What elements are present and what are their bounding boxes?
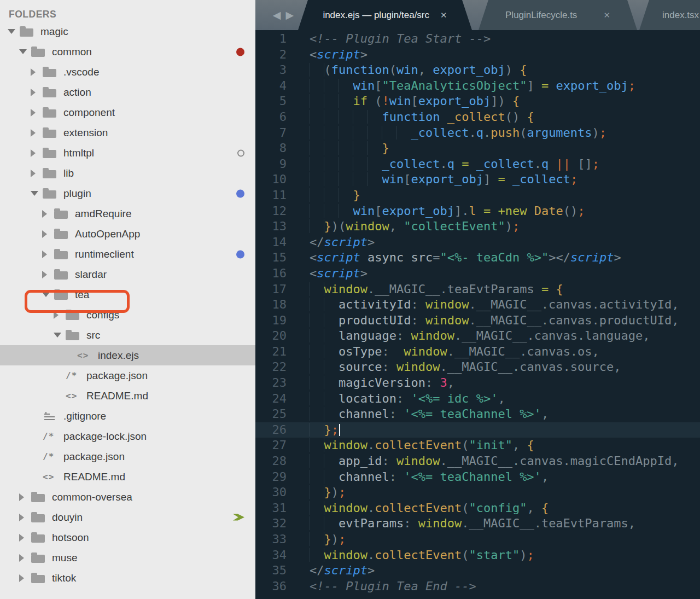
collapse-triangle-icon[interactable] bbox=[54, 333, 61, 338]
code-line[interactable]: 15<script async src="<%- teaCdn %>"></sc… bbox=[255, 250, 700, 266]
expand-triangle-icon[interactable] bbox=[31, 129, 36, 137]
code-line[interactable]: 24 location: '<%= idc %>', bbox=[255, 391, 700, 407]
code-line[interactable]: 6 function _collect() { bbox=[255, 109, 700, 125]
code-line[interactable]: 1<!-- Plugin Tea Start --> bbox=[255, 31, 700, 47]
tab-index.ejs[interactable]: index.ejs — plugin/tea/src✕ bbox=[298, 0, 472, 30]
sidebar-item-htmltpl[interactable]: htmltpl bbox=[0, 143, 255, 163]
sidebar-item-amdRequire[interactable]: amdRequire bbox=[0, 203, 255, 224]
expand-triangle-icon[interactable] bbox=[19, 534, 24, 542]
sidebar-item-common-oversea[interactable]: common-oversea bbox=[0, 487, 255, 507]
sidebar-item-component[interactable]: component bbox=[0, 102, 255, 123]
code-line[interactable]: 34 window.collectEvent("start"); bbox=[255, 548, 700, 563]
expand-triangle-icon[interactable] bbox=[19, 514, 24, 521]
sidebar-item-muse[interactable]: muse bbox=[0, 548, 255, 568]
expand-triangle-icon[interactable] bbox=[31, 89, 36, 96]
code-line[interactable]: 14</script> bbox=[255, 235, 700, 251]
code-line[interactable]: 35</script> bbox=[255, 563, 700, 579]
code-line[interactable]: 21 osType: window.__MAGIC__.canvas.os, bbox=[255, 344, 700, 360]
expand-triangle-icon[interactable] bbox=[31, 109, 36, 117]
expand-triangle-icon[interactable] bbox=[42, 230, 47, 238]
expand-triangle-icon[interactable] bbox=[19, 493, 24, 501]
code-line[interactable]: 5 if (!win[export_obj]) { bbox=[255, 94, 700, 109]
code-line[interactable]: 36<!-- Plugin Tea End --> bbox=[255, 579, 700, 595]
sidebar-item-package.json[interactable]: /*package.json bbox=[0, 446, 255, 467]
folder-icon bbox=[43, 130, 56, 138]
code-line[interactable]: 25 channel: '<%= teaChannel %>', bbox=[255, 406, 700, 422]
sidebar-item-configs[interactable]: configs bbox=[0, 305, 255, 325]
tab-PluginLifecycle.ts[interactable]: PluginLifecycle.ts✕ bbox=[479, 0, 637, 30]
code-line[interactable]: 26 }; bbox=[255, 422, 700, 438]
tab-index.tsx[interactable]: index.tsx — bbox=[639, 0, 700, 30]
sidebar-item-lib[interactable]: lib bbox=[0, 163, 255, 183]
code-line[interactable]: 19 productUId: window.__MAGIC__.canvas.p… bbox=[255, 313, 700, 329]
tab-close-icon[interactable]: ✕ bbox=[440, 10, 447, 20]
code-line[interactable]: 4 win["TeaAnalyticsObject"] = export_obj… bbox=[255, 78, 700, 94]
item-label: action bbox=[63, 86, 91, 98]
sidebar-item-.vscode[interactable]: .vscode bbox=[0, 62, 255, 82]
back-arrow-icon[interactable]: ◀ bbox=[273, 10, 281, 20]
code-line[interactable]: 2<script> bbox=[255, 47, 700, 63]
code-area[interactable]: 1<!-- Plugin Tea Start -->2<script>3 (fu… bbox=[255, 30, 700, 599]
sidebar-item-extension[interactable]: extension bbox=[0, 123, 255, 143]
sidebar-item-package-lock.json[interactable]: /*package-lock.json bbox=[0, 426, 255, 446]
line-number: 8 bbox=[255, 141, 287, 156]
code-line[interactable]: 20 language: window.__MAGIC__.canvas.lan… bbox=[255, 328, 700, 344]
code-line[interactable]: 23 magicVersion: 3, bbox=[255, 375, 700, 391]
expand-triangle-icon[interactable] bbox=[42, 271, 47, 278]
forward-arrow-icon[interactable]: ▶ bbox=[285, 10, 294, 20]
sidebar-item-tea[interactable]: tea bbox=[0, 284, 255, 305]
expand-triangle-icon[interactable] bbox=[31, 149, 36, 157]
expand-triangle-icon[interactable] bbox=[31, 170, 36, 177]
sidebar-item-src[interactable]: src bbox=[0, 325, 255, 345]
expand-triangle-icon[interactable] bbox=[19, 554, 24, 562]
code-line[interactable]: 32 evtParams: window.__MAGIC__.teaEvtPar… bbox=[255, 516, 700, 532]
code-line[interactable]: 9 _collect.q = _collect.q || []; bbox=[255, 156, 700, 172]
expand-triangle-icon[interactable] bbox=[54, 311, 59, 319]
expand-triangle-icon[interactable] bbox=[31, 68, 36, 76]
code-line[interactable]: 17 window.__MAGIC__.teaEvtParams = { bbox=[255, 282, 700, 298]
expand-triangle-icon[interactable] bbox=[42, 251, 47, 258]
expand-triangle-icon[interactable] bbox=[19, 574, 24, 582]
code-line[interactable]: 29 channel: '<%= teaChannel %>', bbox=[255, 469, 700, 485]
code-line[interactable]: 8 } bbox=[255, 141, 700, 156]
code-line[interactable]: 31 window.collectEvent("config", { bbox=[255, 501, 700, 516]
sidebar-item-douyin[interactable]: douyin bbox=[0, 507, 255, 527]
code-line[interactable]: 28 app_id: window.__MAGIC__.canvas.magic… bbox=[255, 453, 700, 469]
item-label: .vscode bbox=[63, 66, 99, 78]
sidebar-item-README.md[interactable]: <>README.md bbox=[0, 386, 255, 406]
line-number: 12 bbox=[255, 203, 287, 219]
code-line[interactable]: 18 activityId: window.__MAGIC__.canvas.a… bbox=[255, 297, 700, 313]
collapse-triangle-icon[interactable] bbox=[19, 49, 27, 54]
folder-icon bbox=[54, 271, 68, 280]
code-line[interactable]: 7 _collect.q.push(arguments); bbox=[255, 125, 700, 141]
code-line[interactable]: 3 (function(win, export_obj) { bbox=[255, 62, 700, 78]
sidebar-item-magic[interactable]: magic bbox=[0, 21, 255, 42]
tab-close-icon[interactable]: ✕ bbox=[603, 10, 610, 20]
sidebar-item-common[interactable]: common bbox=[0, 42, 255, 62]
sidebar-item-runtimeclient[interactable]: runtimeclient bbox=[0, 244, 255, 264]
code-line[interactable]: 16<script> bbox=[255, 266, 700, 282]
code-line[interactable]: 30 }); bbox=[255, 485, 700, 501]
sidebar-item-package.json[interactable]: /*package.json bbox=[0, 365, 255, 386]
sidebar-item-slardar[interactable]: slardar bbox=[0, 264, 255, 284]
sidebar-item-action[interactable]: action bbox=[0, 82, 255, 102]
code-line[interactable]: 33 }); bbox=[255, 532, 700, 548]
sidebar-item-hotsoon[interactable]: hotsoon bbox=[0, 527, 255, 548]
sidebar-item-README.md[interactable]: <>README.md bbox=[0, 467, 255, 487]
sidebar-item-plugin[interactable]: plugin bbox=[0, 183, 255, 203]
collapse-triangle-icon[interactable] bbox=[42, 292, 50, 297]
line-number: 1 bbox=[255, 31, 287, 47]
code-line[interactable]: 22 source: window.__MAGIC__.canvas.sourc… bbox=[255, 359, 700, 375]
sidebar-item-.gitignore[interactable]: .gitignore bbox=[0, 406, 255, 426]
sidebar-item-index.ejs[interactable]: <>index.ejs bbox=[0, 345, 255, 365]
code-line[interactable]: 27 window.collectEvent("init", { bbox=[255, 438, 700, 453]
sidebar-item-AutoOpenApp[interactable]: AutoOpenApp bbox=[0, 224, 255, 244]
collapse-triangle-icon[interactable] bbox=[31, 191, 38, 196]
collapse-triangle-icon[interactable] bbox=[8, 29, 15, 34]
code-line[interactable]: 13 })(window, "collectEvent"); bbox=[255, 219, 700, 235]
code-line[interactable]: 12 win[export_obj].l = +new Date(); bbox=[255, 203, 700, 219]
code-line[interactable]: 10 win[export_obj] = _collect; bbox=[255, 172, 700, 188]
code-line[interactable]: 11 } bbox=[255, 188, 700, 203]
sidebar-item-tiktok[interactable]: tiktok bbox=[0, 568, 255, 588]
expand-triangle-icon[interactable] bbox=[42, 210, 47, 218]
